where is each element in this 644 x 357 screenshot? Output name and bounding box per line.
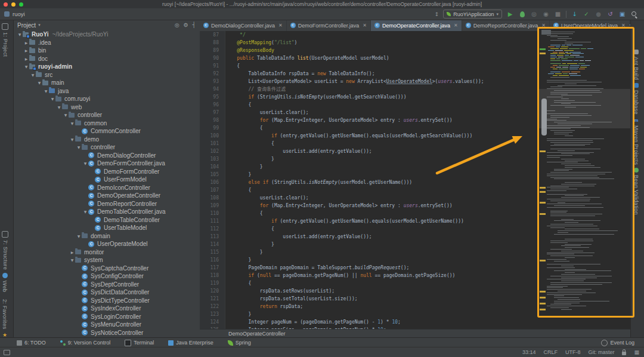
minimap-visible-region[interactable] [538, 89, 630, 128]
close-icon[interactable]: ✕ [363, 23, 367, 28]
tree-item-demotablecontroller[interactable]: CDemoTableController [13, 216, 200, 224]
expander-icon[interactable]: ▶ [23, 41, 29, 45]
tool-terminal[interactable]: Terminal [125, 340, 154, 346]
tree-item-sysdeptcontroller[interactable]: CSysDeptController [13, 281, 200, 289]
tree-item-demodialogcontroller[interactable]: CDemoDialogController [13, 152, 200, 160]
tool-maven-projects[interactable]: m Maven Projects [633, 118, 639, 165]
expander-icon[interactable]: ▼ [63, 113, 69, 117]
expander-icon[interactable]: ▼ [76, 145, 82, 149]
run-configuration-selector[interactable]: RuoYiApplication ▾ [443, 10, 502, 19]
diff-button[interactable]: ▣ [618, 10, 626, 18]
tree-item-userformmodel[interactable]: CUserFormModel [13, 176, 200, 184]
tree-item-demoformcontroller-java[interactable]: ▼CDemoFormController.java [13, 159, 200, 168]
tree-item-useroperatemodel[interactable]: CUserOperateModel [13, 240, 200, 248]
misc-toolbar-icon[interactable]: ↕ [435, 11, 439, 17]
tree-item-demoformcontroller[interactable]: CDemoFormController [13, 168, 200, 176]
code-line-124[interactable]: 124 Integer pageNum = (pageDomain.getPag… [200, 318, 631, 326]
tool-ant-build[interactable]: Ant Build [633, 50, 639, 80]
expander-icon[interactable]: ▼ [82, 161, 88, 165]
close-icon[interactable]: ✕ [621, 23, 626, 28]
locate-icon[interactable]: ◎ [175, 22, 179, 28]
expander-icon[interactable]: ▼ [76, 234, 82, 238]
settings-icon[interactable]: ⚙ [184, 22, 188, 28]
expander-icon[interactable]: ▼ [69, 258, 75, 262]
expander-icon[interactable]: ▼ [17, 32, 23, 36]
tree-item-java[interactable]: ▼java [13, 87, 200, 96]
tree-item-main[interactable]: ▼main [13, 79, 200, 87]
tree-item--idea[interactable]: ▶.idea [13, 39, 200, 47]
tool-database[interactable]: Database [633, 83, 639, 115]
tree-item-demo[interactable]: ▼demo [13, 136, 200, 144]
tool-web[interactable]: Web [2, 273, 8, 292]
tree-item-sysconfigcontroller[interactable]: CSysConfigController [13, 272, 200, 281]
tree-item-demooperatecontroller[interactable]: CDemoOperateController [13, 192, 200, 200]
tool-java-enterprise[interactable]: Java Enterprise [168, 340, 213, 346]
expander-icon[interactable]: ▼ [36, 81, 42, 85]
tree-item-syscaptchacontroller[interactable]: CSysCaptchaController [13, 264, 200, 273]
breadcrumb-class[interactable]: DemoOperateController [228, 331, 286, 337]
zoom-window-button[interactable] [19, 2, 23, 7]
caret-position[interactable]: 33:14 [522, 349, 536, 355]
tool-spring[interactable]: Spring [228, 340, 251, 346]
tree-item-sysdictdatacontroller[interactable]: CSysDictDataController [13, 288, 200, 297]
expander-icon[interactable]: ▶ [23, 57, 29, 61]
vcs-shelve-button[interactable]: ● [595, 10, 602, 18]
vcs-update-button[interactable]: ↓ [571, 10, 578, 18]
tree-item-demoiconcontroller[interactable]: CDemoIconController [13, 184, 200, 192]
tree-item-syslogincontroller[interactable]: CSysLoginController [13, 313, 200, 321]
expander-icon[interactable]: ▼ [69, 121, 75, 125]
tree-item-sysnoticecontroller[interactable]: CSysNoticeController [13, 329, 200, 337]
rollback-button[interactable]: ↺ [606, 10, 614, 18]
tree-item-sysdicttypecontroller[interactable]: CSysDictTypeController [13, 297, 200, 305]
git-branch-selector[interactable]: Git: master [588, 349, 614, 355]
tree-item-controller[interactable]: ▼controller [13, 111, 200, 119]
tab-demooperatecontroller-java[interactable]: CDemoOperateController.java✕ [371, 20, 462, 31]
tab-demoreportcontroller-java[interactable]: CDemoReportController.java✕ [462, 20, 550, 31]
expander-icon[interactable]: ▼ [82, 210, 88, 214]
tree-item-monitor[interactable]: ▶monitor [13, 248, 200, 257]
close-window-button[interactable] [4, 2, 8, 7]
toggle-toolwindows-icon[interactable] [4, 350, 10, 355]
expander-icon[interactable]: ▶ [23, 48, 29, 53]
tool-favorites[interactable]: 2: Favorites ★ [2, 299, 8, 338]
tree-item-usertablemodel[interactable]: CUserTableModel [13, 224, 200, 232]
tree-item-domain[interactable]: ▼domain [13, 232, 200, 241]
minimap-scroll-thumb[interactable] [541, 99, 547, 136]
tab-demodialogcontroller-java[interactable]: CDemoDialogController.java✕ [200, 20, 287, 31]
profiler-button[interactable]: ◉ [542, 10, 550, 18]
tree-item-bin[interactable]: ▶bin [13, 47, 200, 55]
tree-item-doc[interactable]: ▶doc [13, 55, 200, 63]
tree-item-system[interactable]: ▼system [13, 256, 200, 264]
tree-item-sysindexcontroller[interactable]: CSysIndexController [13, 304, 200, 313]
tree-item-controller[interactable]: ▼controller [13, 143, 200, 152]
tree-item-ruoyi[interactable]: ▼RuoYi~/IdeaProjects/RuoYi [13, 30, 200, 39]
tree-item-src[interactable]: ▼src [13, 71, 200, 79]
breadcrumb[interactable]: ruoyi [13, 11, 25, 17]
search-everywhere-button[interactable] [630, 10, 638, 18]
tree-item-common[interactable]: ▼common [13, 119, 200, 128]
project-panel-title[interactable]: Project [17, 22, 36, 29]
tree-item-demotablecontroller-java[interactable]: ▼CDemoTableController.java [13, 208, 200, 216]
line-ending-selector[interactable]: CRLF [543, 349, 558, 355]
tool-structure[interactable]: 7: Structure [2, 231, 8, 270]
tree-item-com-ruoyi[interactable]: ▼com.ruoyi [13, 95, 200, 103]
tree-item-ruoyi-admin[interactable]: ▼ruoyi-admin [13, 63, 200, 71]
tree-item-demoreportcontroller[interactable]: CDemoReportController [13, 200, 200, 208]
tool-version-control[interactable]: 9: Version Control [60, 340, 111, 346]
expander-icon[interactable]: ▼ [56, 105, 62, 109]
run-button[interactable]: ▶ [506, 10, 514, 18]
minimize-window-button[interactable] [11, 2, 16, 7]
close-icon[interactable]: ✕ [454, 23, 458, 28]
tree-item-sysmenucontroller[interactable]: CSysMenuController [13, 321, 200, 329]
tab-demoformcontroller-java[interactable]: CDemoFormController.java✕ [287, 20, 371, 31]
debug-button[interactable] [518, 10, 526, 18]
tool-bean-validation[interactable]: Bean Validation [633, 168, 639, 215]
encoding-selector[interactable]: UTF-8 [565, 349, 581, 355]
tree-item-commoncontroller[interactable]: CCommonController [13, 127, 200, 136]
readonly-lock-icon[interactable] [622, 352, 626, 355]
tool-project[interactable]: 1: Project [2, 23, 8, 57]
close-icon[interactable]: ✕ [278, 23, 283, 28]
expander-icon[interactable]: ▶ [69, 250, 75, 254]
expander-icon[interactable]: ▼ [23, 64, 29, 69]
expander-icon[interactable]: ▼ [69, 137, 75, 141]
